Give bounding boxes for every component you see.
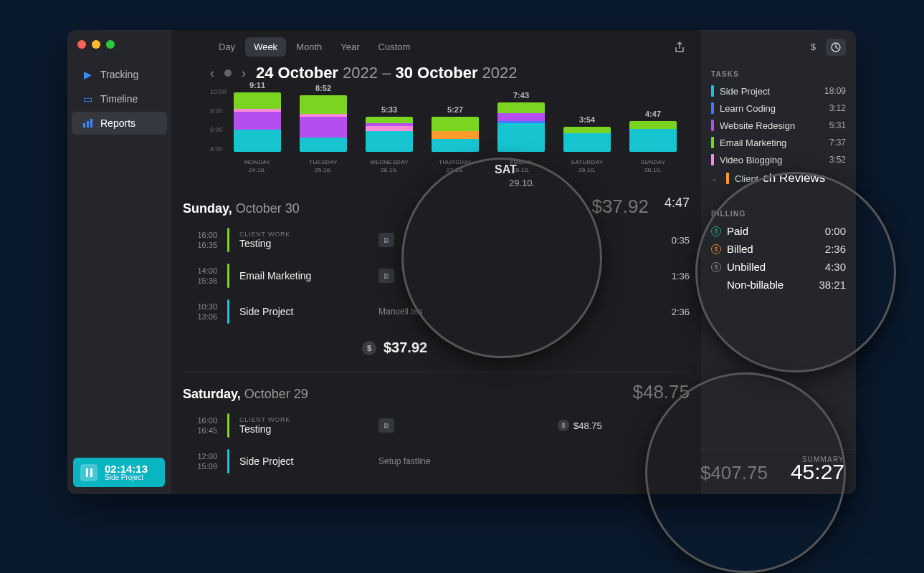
time-entry[interactable]: 16:0016:45CLIENT WORKTesting🗎$ $48.75 (183, 408, 690, 443)
range-tab-day[interactable]: Day (210, 37, 244, 57)
time-entry[interactable]: 14:0015:36Email Marketing🗎1:36 (183, 258, 690, 294)
next-period-button[interactable]: › (242, 66, 246, 81)
prev-period-button[interactable]: ‹ (210, 66, 214, 81)
document-icon[interactable]: 🗎 (378, 269, 394, 283)
share-icon[interactable] (670, 39, 690, 56)
document-icon[interactable]: 🗎 (378, 418, 394, 433)
chart-day[interactable]: 9:11MONDAY24.10. (233, 81, 282, 174)
sidebar-item-tracking[interactable]: ▶ Tracking (72, 63, 167, 86)
range-tab-week[interactable]: Week (245, 37, 286, 57)
billed-amount: $37.92 (384, 340, 427, 356)
task-color-swatch (711, 154, 714, 165)
bill-duration: 0:00 (825, 225, 846, 237)
timer-task: Side Project (105, 474, 148, 481)
date-to-year: 2022 (482, 64, 518, 82)
billing-item[interactable]: Non-billable38:21 (711, 276, 846, 294)
bill-duration: 2:36 (825, 243, 846, 255)
bill-status-icon: $ (711, 262, 721, 272)
date-from-day: 24 October (256, 64, 338, 82)
range-tab-month[interactable]: Month (287, 37, 330, 57)
task-color-swatch (711, 137, 714, 148)
bar-total: 3:54 (579, 115, 595, 124)
time-entry[interactable]: 10:3013:06Side ProjectManuell tes2:36 (183, 294, 690, 329)
task-color-swatch (711, 85, 714, 97)
bill-name: Billed (727, 243, 753, 255)
entries-list: Sunday, October 30$37.924:4716:0016:35CL… (171, 180, 701, 494)
day-billed-line: $ $37.92 (183, 329, 690, 366)
chevron-down-icon[interactable]: ⌄ (711, 174, 718, 183)
billing-list: $Paid0:00$Billed2:36$Unbilled4:30Non-bil… (711, 222, 846, 294)
bar-segment (234, 130, 281, 153)
entry-task: Side Project (239, 456, 368, 467)
minimize-icon[interactable] (92, 40, 100, 49)
date-from-year: 2022 (343, 64, 378, 82)
y-tick: 8:00 (210, 107, 227, 115)
entry-color-bar (227, 264, 229, 288)
y-tick: 4:00 (210, 145, 227, 153)
svg-rect-0 (83, 123, 85, 127)
bar-total: 5:27 (447, 105, 463, 114)
bar-day-label: THURSDAY27.10. (439, 159, 472, 174)
bill-duration: 4:30 (825, 261, 846, 273)
clock-toggle[interactable] (826, 39, 846, 56)
timer-text: 02:14:13 Side Project (105, 463, 148, 481)
chart-day[interactable]: 3:54SATURDAY29.10. (563, 115, 611, 174)
chart-day[interactable]: 8:52TUESDAY25.10. (299, 84, 348, 174)
task-item[interactable]: Email Marketing7:37 (711, 134, 846, 151)
chart-day[interactable]: 7:43FRIDAY28.10. (497, 91, 546, 174)
chart-day[interactable]: 5:27THURSDAY27.10. (431, 105, 480, 174)
window-traffic-lights[interactable] (67, 30, 171, 56)
task-duration: 5:31 (829, 120, 846, 130)
bar-stack (366, 117, 413, 152)
today-button[interactable] (224, 69, 232, 77)
chart-day[interactable]: 5:33WEDNESDAY26.10. (365, 105, 414, 174)
bar-total: 4:47 (645, 110, 661, 118)
range-tab-year[interactable]: Year (332, 37, 368, 57)
day-header: Saturday, October 29$48.75 (183, 372, 690, 408)
billing-section-label: BILLING (711, 210, 846, 218)
bar-total: 7:43 (513, 91, 529, 100)
bar-day-label: MONDAY24.10. (244, 159, 270, 174)
day-header: Sunday, October 30$37.924:47 (183, 187, 690, 222)
task-name-magnified: ch Reviews (763, 171, 825, 186)
svg-rect-1 (87, 121, 89, 127)
bar-segment (366, 126, 413, 131)
entry-color-bar (227, 299, 229, 324)
maximize-icon[interactable] (106, 40, 115, 49)
app-window: ▶ Tracking ▭ Timeline Reports 02:14:13 S… (67, 30, 856, 494)
close-icon[interactable] (77, 40, 86, 49)
range-tab-custom[interactable]: Custom (370, 37, 419, 57)
day-meta: $48.75 (632, 381, 690, 403)
bar-stack (300, 95, 347, 152)
billing-item[interactable]: $Billed2:36 (711, 240, 846, 258)
entry-duration: 2:36 (654, 307, 690, 317)
bill-name: Non-billable (727, 279, 784, 291)
bill-status-icon: $ (711, 244, 721, 254)
billing-item[interactable]: $Paid0:00 (711, 222, 846, 240)
bar-stack (563, 127, 611, 152)
task-item[interactable]: ⌄Clientch Reviews (711, 168, 846, 188)
billing-item[interactable]: $Unbilled4:30 (711, 258, 846, 276)
timer-widget[interactable]: 02:14:13 Side Project (73, 458, 165, 487)
entry-duration: 0:35 (654, 235, 690, 246)
entry-note: 🗎 (378, 418, 548, 433)
chart-day[interactable]: 4:47SUNDAY30.10. (629, 110, 677, 174)
task-color-swatch (711, 120, 714, 131)
bar-day-label: TUESDAY25.10. (309, 159, 337, 174)
y-tick: 6:00 (210, 126, 227, 133)
task-item[interactable]: Website Redesign5:31 (711, 117, 846, 134)
pause-button[interactable] (80, 464, 97, 481)
task-item[interactable]: Side Project18:09 (711, 82, 846, 100)
bar-segment (497, 123, 545, 153)
currency-toggle[interactable]: $ (806, 39, 820, 56)
time-entry[interactable]: 16:0016:35CLIENT WORKTesting🗎0:35 (183, 222, 690, 258)
task-item[interactable]: Learn Coding3:12 (711, 100, 846, 117)
document-icon[interactable]: 🗎 (378, 233, 394, 247)
task-name: Video Blogging (720, 155, 782, 165)
time-entry[interactable]: 12:0015:09Side ProjectSetup fastline (183, 443, 690, 479)
entry-color-bar (227, 449, 229, 473)
entry-color-bar (227, 228, 229, 252)
task-item[interactable]: Video Blogging3:52 (711, 151, 846, 168)
sidebar-item-reports[interactable]: Reports (72, 112, 167, 135)
sidebar-item-timeline[interactable]: ▭ Timeline (72, 87, 167, 110)
